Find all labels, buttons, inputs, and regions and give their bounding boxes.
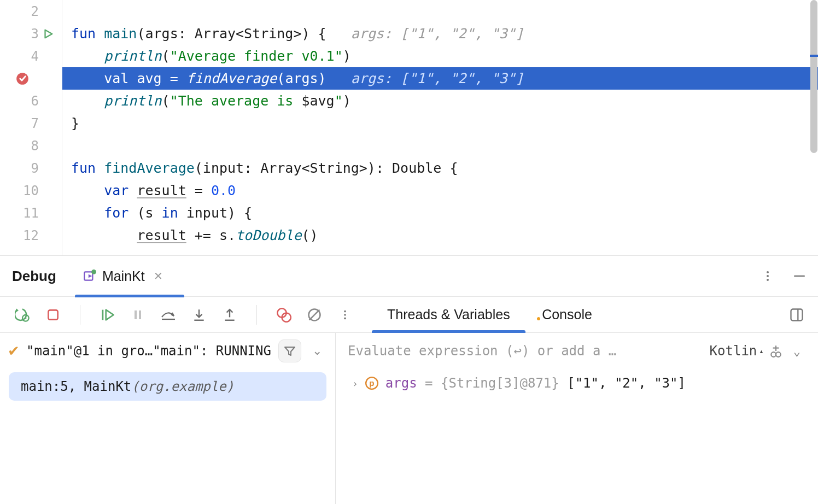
line-number: 7 — [19, 116, 57, 131]
current-execution-line[interactable]: val avg = findAverage(args) args: ["1", … — [62, 67, 818, 90]
scrollbar-thumb[interactable] — [810, 0, 817, 153]
debug-tool-window-header: Debug MainKt ✕ — [0, 255, 818, 297]
debug-session-icon — [83, 269, 97, 283]
code-content[interactable]: fun main(args: Array<String>) { args: ["… — [62, 0, 818, 255]
debug-session-tab[interactable]: MainKt ✕ — [83, 255, 168, 297]
svg-point-24 — [344, 317, 346, 319]
line-number: 6 — [19, 93, 57, 109]
keyword: fun — [71, 160, 96, 176]
variable-name: args — [385, 376, 417, 391]
step-over-icon[interactable] — [160, 307, 177, 323]
parameter-badge-icon: p — [365, 376, 379, 390]
add-watch-icon[interactable] — [768, 344, 784, 358]
code-editor[interactable]: 2 3 4 6 7 8 9 10 11 12 fun main(args: Ar… — [0, 0, 818, 255]
layout-settings-icon[interactable] — [788, 307, 805, 323]
variable: result — [137, 227, 186, 243]
code-text: ) — [343, 93, 351, 109]
code-text: += s. — [186, 227, 236, 243]
debug-session-label: MainKt — [102, 268, 145, 284]
line-number: 4 — [19, 49, 57, 64]
frame-package: (org.example) — [131, 379, 234, 394]
mute-breakpoints-icon[interactable] — [306, 307, 323, 323]
code-text: } — [71, 115, 79, 131]
svg-point-23 — [344, 314, 346, 316]
code-text: ) — [343, 48, 351, 64]
template-var: $avg — [301, 93, 334, 109]
breakpoint-icon[interactable] — [15, 72, 30, 86]
line-number: 12 — [19, 228, 57, 243]
scrollbar-marker[interactable] — [810, 55, 818, 57]
view-breakpoints-icon[interactable] — [276, 307, 292, 323]
filter-button[interactable] — [278, 339, 301, 362]
thread-selector[interactable]: ✔ "main"@1 in gro…"main": RUNNING ⌄ — [0, 333, 335, 369]
code-text: () — [301, 227, 318, 243]
function-name: main — [104, 26, 137, 42]
toolbar-more-icon[interactable] — [337, 307, 353, 323]
function-name: findAverage — [104, 160, 195, 176]
debug-toolbar: Threads & Variables ● Console — [0, 297, 818, 333]
evaluate-expression-input[interactable]: Evaluate expression (↩) or add a … Kotli… — [336, 333, 818, 369]
chevron-up-icon: ▴ — [759, 347, 763, 355]
svg-rect-25 — [791, 309, 803, 320]
code-text: (s — [128, 205, 161, 221]
keyword: for — [104, 205, 128, 221]
run-gutter-icon[interactable] — [41, 27, 55, 41]
more-options-icon[interactable] — [760, 268, 775, 284]
toolbar-separator — [256, 305, 257, 325]
svg-point-2 — [91, 269, 96, 274]
code-text: = — [186, 183, 211, 198]
function-call: println — [104, 93, 161, 109]
tab-underline — [75, 295, 184, 297]
gutter: 2 3 4 6 7 8 9 10 11 12 — [0, 0, 62, 255]
step-out-icon[interactable] — [221, 307, 238, 323]
chevron-down-icon[interactable]: ⌄ — [307, 344, 328, 358]
line-number: 2 — [19, 4, 57, 19]
code-text: (args: Array<String>) { — [137, 26, 326, 42]
code-text: = — [417, 376, 441, 391]
eval-placeholder: Evaluate expression (↩) or add a … — [348, 343, 705, 359]
step-into-icon[interactable] — [191, 307, 207, 323]
string-literal: "The average is — [170, 93, 302, 109]
variables-panel: Evaluate expression (↩) or add a … Kotli… — [336, 333, 818, 504]
pause-icon[interactable] — [130, 307, 146, 323]
svg-point-8 — [25, 317, 27, 319]
number-literal: 0.0 — [211, 183, 236, 198]
svg-point-4 — [767, 275, 769, 277]
debug-title: Debug — [12, 268, 56, 285]
resume-icon[interactable] — [99, 307, 115, 323]
expand-chevron-icon[interactable]: › — [352, 378, 358, 389]
string-literal: " — [335, 93, 343, 109]
inline-hint: args: ["1", "2", "3"] — [351, 71, 524, 86]
svg-rect-9 — [48, 310, 57, 319]
keyword: in — [162, 205, 178, 221]
chevron-down-icon[interactable]: ⌄ — [788, 344, 806, 358]
keyword: val — [104, 71, 128, 86]
variable-value: ["1", "2", "3"] — [567, 376, 686, 391]
stop-icon[interactable] — [45, 307, 61, 323]
language-selector[interactable]: Kotlin ▴ — [710, 343, 764, 359]
function-call: println — [104, 48, 161, 64]
toolbar-separator — [80, 305, 80, 325]
frame-location: main:5, MainKt — [21, 379, 131, 394]
string-literal: "Average finder v0.1" — [170, 48, 343, 64]
editor-scrollbar[interactable] — [810, 0, 818, 255]
minimize-icon[interactable] — [792, 268, 807, 284]
subtab-label: Threads & Variables — [387, 307, 510, 323]
stack-frame[interactable]: main:5, MainKt (org.example) — [9, 372, 326, 401]
close-tab-icon[interactable]: ✕ — [154, 269, 163, 283]
rerun-icon[interactable] — [14, 307, 31, 323]
variable-row[interactable]: › p args = {String[3]@871} ["1", "2", "3… — [336, 369, 818, 397]
line-number: 10 — [19, 183, 57, 198]
frames-panel: ✔ "main"@1 in gro…"main": RUNNING ⌄ main… — [0, 333, 336, 504]
threads-variables-tab[interactable]: Threads & Variables — [374, 297, 523, 332]
code-text: input) { — [178, 205, 252, 221]
notification-dot-icon: ● — [536, 314, 541, 323]
language-label: Kotlin — [710, 343, 757, 359]
svg-point-30 — [776, 352, 781, 357]
console-tab[interactable]: ● Console — [523, 297, 605, 332]
line-number: 8 — [19, 138, 57, 154]
thread-status-icon: ✔ — [8, 343, 20, 360]
svg-point-3 — [767, 271, 769, 273]
line-number: 11 — [19, 206, 57, 221]
svg-rect-12 — [139, 310, 141, 319]
